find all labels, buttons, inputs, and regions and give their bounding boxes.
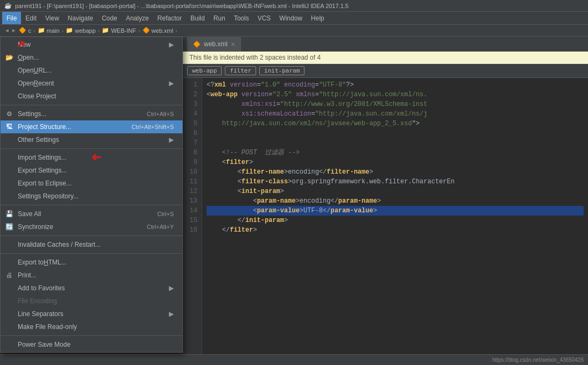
menu-item-other-settings[interactable]: Other Settings ▶ bbox=[1, 133, 182, 146]
menu-edit[interactable]: Edit bbox=[21, 12, 41, 24]
sep2: › bbox=[62, 27, 64, 34]
menu-item-invalidate-caches[interactable]: Invalidate Caches / Restart... bbox=[1, 238, 182, 251]
breadcrumb: ◄ ► 🔶 c › 📁 main › 📁 webapp › 📁 WEB-INF … bbox=[0, 25, 588, 37]
code-tag-webapp[interactable]: web-app bbox=[187, 66, 222, 75]
code-line-5: http://java.sun.com/xml/ns/javaee/web-ap… bbox=[207, 119, 584, 128]
breadcrumb-arrows: ◄ ► bbox=[4, 27, 17, 33]
breadcrumb-icon: 🔶 bbox=[19, 27, 26, 34]
menu-refactor[interactable]: Refactor bbox=[153, 12, 186, 24]
menu-navigate[interactable]: Navigate bbox=[63, 12, 97, 24]
code-line-11: <filter-class>org.springframework.web.fi… bbox=[207, 177, 584, 187]
menu-window[interactable]: Window bbox=[275, 12, 307, 24]
print-icon: 🖨 bbox=[5, 271, 13, 280]
tab-bar: 🔶 web.xml ✕ bbox=[183, 37, 588, 52]
settings-icon: ⚙ bbox=[5, 110, 13, 118]
line-numbers: 12345 678910 1112131415 16 bbox=[183, 78, 202, 365]
notification-text: This file is indented with 2 spaces inst… bbox=[189, 54, 321, 61]
status-bar: https://blog.csdn.net/weixin_43650426 bbox=[0, 354, 588, 365]
menu-item-line-separators[interactable]: Line Separators ▶ bbox=[1, 307, 182, 320]
editor-tab-webxml[interactable]: 🔶 web.xml ✕ bbox=[187, 37, 241, 51]
code-line-14: <param-value>UTF-8</param-value> bbox=[207, 206, 584, 216]
menu-item-export-eclipse[interactable]: Export to Eclipse... bbox=[1, 177, 182, 190]
project-structure-icon: 🏗 bbox=[5, 123, 13, 131]
breadcrumb-part-main[interactable]: 📁 main bbox=[38, 27, 60, 34]
code-line-1: <?xml version="1.0" encoding="UTF-8"?> bbox=[207, 80, 584, 90]
menu-build[interactable]: Build bbox=[186, 12, 209, 24]
file-dropdown-menu: New ▶ 📂 Open... Open URL... Open Recent … bbox=[0, 37, 183, 353]
menu-item-close-project[interactable]: Close Project bbox=[1, 90, 182, 103]
menu-code[interactable]: Code bbox=[97, 12, 122, 24]
menu-item-export-settings[interactable]: Export Settings... bbox=[1, 164, 182, 177]
editor-area: 🔶 web.xml ✕ This file is indented with 2… bbox=[183, 37, 588, 365]
menu-help[interactable]: Help bbox=[307, 12, 329, 24]
editor-notification: This file is indented with 2 spaces inst… bbox=[183, 52, 588, 64]
menu-item-settings[interactable]: ⚙ Settings... Ctrl+Alt+S bbox=[1, 108, 182, 120]
code-line-16: </filter> bbox=[207, 225, 584, 235]
code-line-8: <!-- POST 过滤器 --> bbox=[207, 148, 584, 158]
tab-file-icon: 🔶 bbox=[193, 41, 201, 48]
sep1: › bbox=[33, 27, 36, 34]
menu-item-open-recent[interactable]: Open Recent ▶ bbox=[1, 77, 182, 90]
breadcrumb-part-webinf[interactable]: 📁 WEB-INF bbox=[102, 27, 136, 34]
divider-3 bbox=[1, 205, 182, 205]
sep4: › bbox=[138, 27, 140, 34]
divider-5 bbox=[1, 253, 182, 254]
divider-4 bbox=[1, 235, 182, 236]
menu-item-print[interactable]: 🖨 Print... bbox=[1, 269, 182, 282]
menu-item-make-readonly[interactable]: Make File Read-only bbox=[1, 320, 182, 333]
code-editor[interactable]: 12345 678910 1112131415 16 <?xml version… bbox=[183, 78, 588, 365]
menu-view[interactable]: View bbox=[41, 12, 63, 24]
menu-item-add-favorites[interactable]: Add to Favorites ▶ bbox=[1, 282, 182, 295]
app-icon: ☕ bbox=[4, 2, 12, 9]
code-tags-bar: web-app filter init-param bbox=[183, 64, 588, 78]
divider-6 bbox=[1, 335, 182, 336]
menu-item-export-html[interactable]: Export to HTML... bbox=[1, 256, 182, 269]
menu-item-settings-repository[interactable]: Settings Repository... bbox=[1, 190, 182, 203]
divider-2 bbox=[1, 148, 182, 149]
code-line-4: xsi:schemaLocation="http://java.sun.com/… bbox=[207, 109, 584, 119]
tab-label: web.xml bbox=[204, 40, 228, 48]
menu-item-save-all[interactable]: 💾 Save All Ctrl+S bbox=[1, 207, 182, 220]
menu-item-power-save[interactable]: Power Save Mode bbox=[1, 338, 182, 351]
menu-item-synchronize[interactable]: 🔄 Synchronize Ctrl+Alt+Y bbox=[1, 220, 182, 233]
code-tag-init-param[interactable]: init-param bbox=[259, 66, 304, 75]
open-icon: 📂 bbox=[5, 53, 13, 62]
breadcrumb-part-1[interactable]: c bbox=[29, 27, 32, 34]
tab-close-button[interactable]: ✕ bbox=[231, 41, 235, 47]
sync-icon: 🔄 bbox=[5, 223, 13, 231]
code-line-3: xmlns:xsi="http://www.w3.org/2001/XMLSch… bbox=[207, 99, 584, 109]
sep3: › bbox=[98, 27, 100, 34]
breadcrumb-part-webxml[interactable]: 🔶 web.xml bbox=[143, 27, 173, 34]
code-line-12: <init-param> bbox=[207, 187, 584, 196]
menu-item-project-structure[interactable]: 🏗 Project Structure... Ctrl+Alt+Shift+S bbox=[1, 120, 182, 133]
code-line-9: <filter> bbox=[207, 158, 584, 167]
watermark-text: https://blog.csdn.net/weixin_43650426 bbox=[492, 357, 584, 363]
code-content[interactable]: <?xml version="1.0" encoding="UTF-8"?> <… bbox=[202, 78, 588, 365]
code-line-7 bbox=[207, 138, 584, 148]
code-line-2: <web-app version="2.5" xmlns="http://jav… bbox=[207, 90, 584, 99]
title-text: parent191 - [F:\parent191] - [babasport-… bbox=[15, 3, 349, 9]
menu-item-new[interactable]: New ▶ bbox=[1, 38, 182, 51]
code-line-13: <param-name>encoding</param-name> bbox=[207, 196, 584, 206]
menu-run[interactable]: Run bbox=[209, 12, 230, 24]
menu-file[interactable]: File bbox=[2, 12, 21, 24]
menu-bar: File Edit View Navigate Code Analyze Ref… bbox=[0, 12, 588, 25]
menu-item-open[interactable]: 📂 Open... bbox=[1, 51, 182, 64]
menu-tools[interactable]: Tools bbox=[230, 12, 253, 24]
menu-analyze[interactable]: Analyze bbox=[122, 12, 153, 24]
sep5: › bbox=[175, 27, 178, 34]
save-icon: 💾 bbox=[5, 210, 13, 218]
code-line-15: </init-param> bbox=[207, 216, 584, 225]
menu-item-open-url[interactable]: Open URL... bbox=[1, 64, 182, 77]
menu-item-file-encoding: File Encoding bbox=[1, 295, 182, 307]
title-bar: ☕ parent191 - [F:\parent191] - [babaspor… bbox=[0, 0, 588, 12]
code-tag-filter[interactable]: filter bbox=[225, 66, 256, 75]
menu-vcs[interactable]: VCS bbox=[253, 12, 275, 24]
divider-1 bbox=[1, 105, 182, 105]
menu-item-import-settings[interactable]: Import Settings... bbox=[1, 151, 182, 164]
main-area: New ▶ 📂 Open... Open URL... Open Recent … bbox=[0, 37, 588, 365]
breadcrumb-part-webapp[interactable]: 📁 webapp bbox=[66, 27, 96, 34]
code-line-10: <filter-name>encoding</filter-name> bbox=[207, 167, 584, 177]
code-line-6 bbox=[207, 128, 584, 138]
